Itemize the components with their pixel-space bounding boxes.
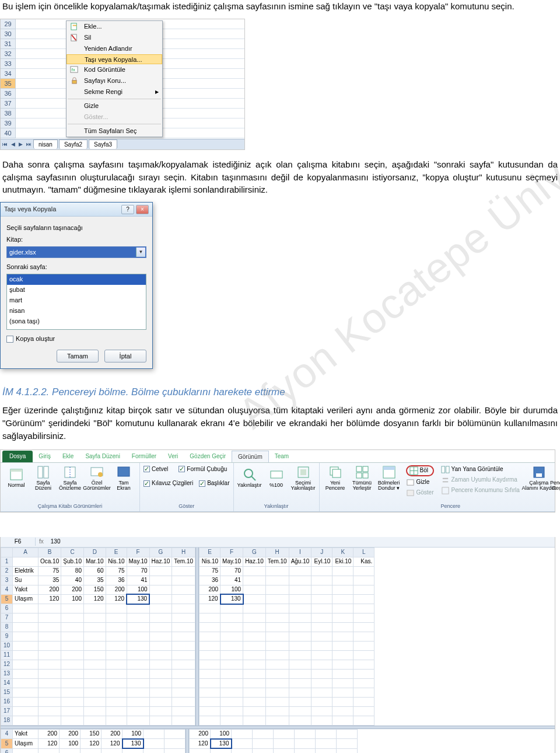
- cell[interactable]: [243, 604, 266, 613]
- cell[interactable]: [289, 679, 312, 688]
- cell[interactable]: [61, 698, 84, 707]
- cell[interactable]: [106, 623, 127, 632]
- cell[interactable]: [149, 613, 172, 623]
- col-header[interactable]: H: [265, 548, 289, 557]
- cell[interactable]: [312, 698, 332, 707]
- cell[interactable]: [265, 613, 289, 623]
- formula-bar-checkbox[interactable]: Formül Çubuğu: [178, 465, 227, 474]
- zoom-button[interactable]: Yakınlaştır: [237, 468, 262, 488]
- col-header[interactable]: L: [354, 548, 374, 557]
- cell[interactable]: [13, 660, 38, 670]
- cell[interactable]: [295, 739, 316, 749]
- ruler-checkbox[interactable]: Cetvel: [144, 465, 168, 474]
- list-item[interactable]: mart: [7, 295, 146, 306]
- cell[interactable]: [220, 707, 243, 716]
- cell[interactable]: [312, 613, 332, 623]
- cell[interactable]: 80: [61, 566, 84, 576]
- cell[interactable]: [172, 623, 195, 632]
- cell[interactable]: [332, 651, 354, 660]
- cell[interactable]: [274, 739, 295, 749]
- cell[interactable]: [200, 688, 220, 698]
- cell[interactable]: [172, 679, 195, 688]
- switch-windows-button[interactable]: Pencerelerde Geçiş Yap ▾: [554, 465, 560, 491]
- cell[interactable]: [200, 632, 220, 642]
- cell[interactable]: [190, 748, 211, 753]
- cell[interactable]: [13, 642, 38, 651]
- cell[interactable]: [172, 716, 195, 726]
- cell[interactable]: [83, 670, 106, 679]
- active-cell[interactable]: 130: [123, 739, 144, 749]
- cell[interactable]: [220, 623, 243, 632]
- cell[interactable]: [243, 679, 266, 688]
- cell[interactable]: [253, 748, 274, 753]
- cell[interactable]: [38, 623, 61, 632]
- cell[interactable]: [312, 594, 332, 604]
- cell[interactable]: [149, 660, 172, 670]
- cell[interactable]: [83, 623, 106, 632]
- cell[interactable]: [127, 707, 149, 716]
- cell[interactable]: [354, 688, 374, 698]
- row-header[interactable]: 15: [1, 688, 13, 698]
- cell[interactable]: Eyl.10: [312, 557, 332, 566]
- cell[interactable]: [127, 716, 149, 726]
- cell[interactable]: [243, 670, 266, 679]
- cell[interactable]: [354, 613, 374, 623]
- cell[interactable]: [83, 642, 106, 651]
- menu-move-or-copy[interactable]: Taşı veya Kopyala...: [66, 54, 162, 64]
- tab-team[interactable]: Team: [269, 451, 295, 462]
- cell[interactable]: [200, 623, 220, 632]
- cell[interactable]: [200, 660, 220, 670]
- side-by-side-button[interactable]: Yan Yana Görüntüle: [441, 465, 520, 474]
- cell[interactable]: [312, 566, 332, 576]
- tab-formulas[interactable]: Formüller: [126, 451, 162, 462]
- cell[interactable]: [38, 688, 61, 698]
- cell[interactable]: [61, 642, 84, 651]
- cell[interactable]: [13, 557, 38, 566]
- row-header[interactable]: 5: [1, 739, 13, 749]
- cell[interactable]: [243, 566, 266, 576]
- cell[interactable]: [312, 632, 332, 642]
- cell[interactable]: [243, 716, 266, 726]
- cell[interactable]: [253, 730, 274, 739]
- cell[interactable]: [289, 660, 312, 670]
- menu-protect-sheet[interactable]: Sayfayı Koru...: [66, 75, 162, 86]
- cell[interactable]: [274, 730, 295, 739]
- col-header[interactable]: H: [172, 548, 195, 557]
- cell[interactable]: [265, 660, 289, 670]
- tab-nav-last-icon[interactable]: ⏭: [26, 141, 32, 148]
- cell[interactable]: 200: [200, 585, 220, 594]
- cell[interactable]: [127, 632, 149, 642]
- cell[interactable]: [60, 748, 80, 753]
- cell[interactable]: [354, 632, 374, 642]
- cell[interactable]: [289, 642, 312, 651]
- row-header[interactable]: 18: [1, 716, 13, 726]
- cell[interactable]: 36: [106, 576, 127, 585]
- before-sheet-list[interactable]: ocak şubat mart nisan (sona taşı): [6, 274, 146, 330]
- checkbox-icon[interactable]: [6, 336, 13, 343]
- cell[interactable]: [265, 585, 289, 594]
- cell[interactable]: [172, 585, 195, 594]
- cell[interactable]: [127, 698, 149, 707]
- dialog-titlebar[interactable]: Taşı veya Kopyala ? ×: [1, 203, 152, 217]
- cell[interactable]: [354, 566, 374, 576]
- cell[interactable]: [61, 679, 84, 688]
- cell[interactable]: [13, 613, 38, 623]
- cell[interactable]: [220, 642, 243, 651]
- cell[interactable]: [265, 670, 289, 679]
- cell[interactable]: [61, 632, 84, 642]
- cell[interactable]: [312, 707, 332, 716]
- chevron-down-icon[interactable]: ▼: [136, 247, 145, 257]
- sheet-tab[interactable]: nisan: [33, 140, 58, 149]
- cell[interactable]: [332, 716, 354, 726]
- cell[interactable]: [332, 623, 354, 632]
- cell[interactable]: [332, 594, 354, 604]
- row-header[interactable]: 14: [1, 679, 13, 688]
- col-header[interactable]: K: [332, 548, 354, 557]
- cell[interactable]: [243, 660, 266, 670]
- dialog-close-button[interactable]: ×: [136, 205, 149, 214]
- cell[interactable]: [289, 585, 312, 594]
- cell[interactable]: [332, 679, 354, 688]
- cell[interactable]: [13, 623, 38, 632]
- cell[interactable]: [312, 585, 332, 594]
- cell[interactable]: [312, 623, 332, 632]
